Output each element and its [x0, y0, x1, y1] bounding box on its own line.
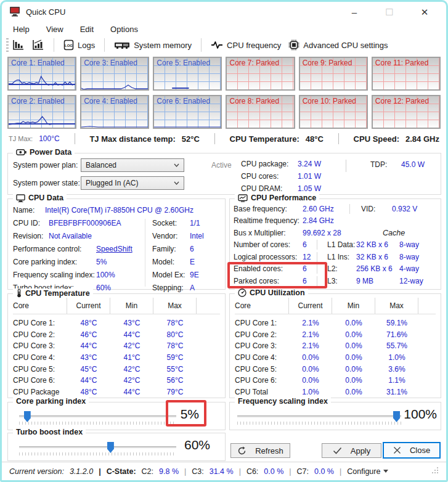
core-graph-8: Core 8: Parked	[226, 95, 295, 129]
frequency-scaling-slider-thumb[interactable]	[393, 411, 400, 422]
core-parking-slider-title: Core parking index	[13, 397, 89, 406]
summary-strip: TJ Max: 100°C TJ Max distance temp: 52°C…	[9, 131, 439, 147]
realtime-frequency-label: Realtime frequency:	[234, 216, 303, 225]
toolbar-separator	[54, 38, 54, 52]
frequency-scaling-slider-track[interactable]	[237, 415, 401, 417]
table-row: CPU Core 1:48°C43°C78°C	[13, 317, 220, 329]
util-header-core: Core	[235, 298, 289, 314]
minimize-button[interactable]: –	[345, 5, 364, 20]
separator	[235, 314, 436, 314]
system-memory-button[interactable]: System memory	[110, 39, 195, 52]
tj-max-label: TJ Max:	[9, 135, 33, 142]
parked-cores-label: Parked cores:	[234, 277, 303, 285]
tj-distance-label: TJ Max distance temp:	[89, 134, 175, 144]
enabled-cores-value: 6	[303, 264, 317, 273]
l1-ins-value: 32 KB x 6	[356, 253, 399, 261]
refresh-button[interactable]: Refresh	[230, 443, 290, 458]
table-row: CPU Core 4:43°C41°C59°C	[13, 352, 220, 364]
tj-max-value: 100°C	[39, 134, 60, 143]
tj-distance-value: 52°C	[182, 134, 200, 144]
logs-button[interactable]: LOG Logs	[60, 38, 99, 52]
core-graphs-grid: Core 1: Enabled Core 3: Enabled Core 5: …	[7, 57, 441, 129]
cache-title: Cache	[383, 229, 405, 237]
advanced-cpu-settings-label: Advanced CPU settings	[303, 41, 388, 50]
temperature-table: CPU Core 1:48°C43°C78°C CPU Core 2:46°C4…	[13, 317, 220, 398]
configure-dropdown[interactable]: Configure	[347, 467, 388, 476]
version-label: Current version:	[9, 467, 64, 476]
core-graph-12: Core 12: Parked	[372, 95, 441, 129]
slider-ticks	[237, 422, 401, 425]
temp-header-current: Current	[67, 298, 110, 314]
vendor-label: Vendor:	[152, 232, 190, 240]
logical-processors-label: Logical processors:	[234, 253, 303, 261]
socket-label: Socket:	[152, 219, 190, 227]
thermometer-icon	[16, 288, 22, 298]
core-parking-slider-thumb[interactable]	[24, 411, 31, 422]
frequency-scaling-slider-group: Frequency scaling index 100%	[229, 402, 441, 430]
chart-descending-button[interactable]	[9, 38, 28, 52]
core-graph-label: Core 6: Enabled	[157, 97, 210, 105]
revision-value: Not Available	[49, 232, 92, 240]
cpu-utilization-title: CPU Utilization	[250, 288, 305, 297]
resize-grip[interactable]	[431, 467, 439, 476]
power-plan-active-status: Active	[211, 161, 232, 170]
core-graph-label: Core 1: Enabled	[11, 59, 65, 67]
advanced-cpu-settings-button[interactable]: Advanced CPU settings	[285, 38, 391, 52]
l3-label: L3:	[327, 277, 356, 285]
cpu-name-label: Name:	[13, 206, 45, 214]
bus-multiplier-label: Bus x Multiplier:	[234, 229, 303, 237]
vid-value: 0.932 V	[392, 205, 417, 213]
logs-label: Logs	[78, 41, 95, 50]
parked-cores-value: 6	[303, 277, 317, 285]
core-parking-slider-track[interactable]	[19, 415, 176, 417]
cpu-dram-value: 1.05 W	[298, 184, 321, 193]
number-of-cores-value: 6	[303, 240, 317, 249]
frequency-scaling-slider-title: Frequency scaling index	[235, 397, 331, 406]
turbo-boost-slider-track[interactable]	[19, 446, 176, 448]
model-value: E	[190, 258, 195, 266]
power-data-group: Power Data System power plan: Balanced A…	[7, 153, 441, 195]
toolbar-separator	[104, 38, 105, 52]
enabled-cores-label: Enabled cores:	[234, 264, 303, 273]
cpu-temperature-title: CPU Temperature	[25, 289, 90, 298]
close-button[interactable]: Close	[383, 442, 441, 459]
separator	[338, 133, 339, 144]
l1-data-label: L1 Data:	[327, 240, 356, 249]
menu-view[interactable]: View	[46, 25, 63, 34]
power-state-value: Plugged In (AC)	[86, 179, 138, 187]
cpu-frequency-button[interactable]: CPU frequency	[207, 39, 285, 52]
table-row: CPU Core 1:2.1%0.0%59.1%	[235, 317, 436, 329]
core-graph-label: Core 5: Enabled	[157, 59, 210, 67]
cpu-temperature-value: 48°C	[306, 134, 324, 144]
close-window-button[interactable]: ✕	[415, 5, 434, 20]
power-plan-select[interactable]: Balanced	[81, 158, 184, 172]
core-graph-label: Core 4: Enabled	[84, 97, 137, 105]
power-data-legend: Power Data	[13, 148, 75, 157]
chart-ascending-button[interactable]	[28, 38, 48, 52]
core-graph-label: Core 12: Parked	[375, 97, 429, 105]
cpu-speed-value: 2.84 GHz	[405, 134, 439, 144]
power-state-select[interactable]: Plugged In (AC)	[81, 176, 184, 190]
l3-value: 9 MB	[356, 277, 399, 285]
apply-button[interactable]: Apply	[322, 443, 381, 458]
power-plan-label: System power plan:	[13, 161, 78, 170]
speedshift-link[interactable]: SpeedShift	[96, 245, 132, 253]
table-row: CPU Core 3:2.1%0.0%55.7%	[235, 340, 436, 352]
menu-edit[interactable]: Edit	[80, 25, 94, 34]
menu-help[interactable]: Help	[13, 25, 30, 34]
battery-icon	[16, 149, 26, 155]
app-icon	[9, 6, 20, 18]
statusbar: Current version: 3.1.2.0 | C-State: C2: …	[2, 462, 446, 480]
turbo-boost-slider-thumb[interactable]	[107, 442, 114, 453]
core-graph-label: Core 7: Parked	[229, 59, 279, 67]
cpu-performance-title: CPU Performance	[251, 194, 316, 202]
core-graph-9: Core 9: Parked	[299, 57, 368, 91]
cpu-temperature-label: CPU Temperature:	[230, 134, 299, 144]
cstate-c3-value: 31.4 %	[210, 467, 234, 476]
maximize-button: ☐	[380, 5, 399, 20]
l1-data-value: 32 KB x 6	[356, 240, 399, 249]
separator	[75, 133, 75, 144]
core-parking-slider-value: 5%	[181, 407, 199, 422]
power-state-label: System power state:	[13, 179, 80, 187]
menu-options[interactable]: Options	[110, 25, 138, 34]
